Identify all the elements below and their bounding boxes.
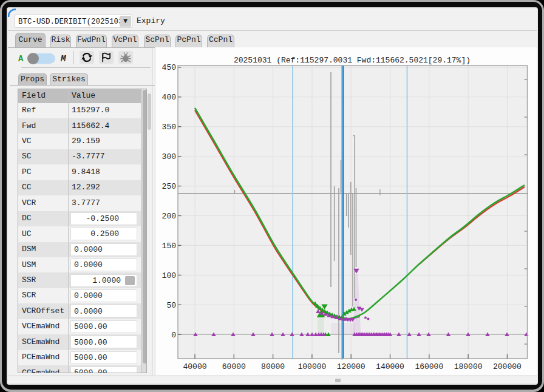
- svg-text:350: 350: [162, 123, 176, 132]
- svg-text:250: 250: [162, 182, 176, 191]
- svg-text:200000: 200000: [493, 362, 522, 371]
- svg-text:180000: 180000: [454, 362, 483, 371]
- svg-text:100000: 100000: [298, 362, 326, 371]
- svg-text:400: 400: [162, 93, 176, 102]
- svg-text:300: 300: [162, 152, 176, 161]
- svg-text:120000: 120000: [337, 362, 365, 371]
- svg-text:200: 200: [162, 212, 176, 221]
- svg-text:450: 450: [162, 63, 176, 72]
- svg-text:0: 0: [171, 331, 176, 340]
- svg-text:140000: 140000: [376, 362, 404, 371]
- svg-text:20251031 (Ref:115297.0031 Fwd:: 20251031 (Ref:115297.0031 Fwd:115662.502…: [234, 56, 471, 65]
- svg-text:40000: 40000: [183, 362, 206, 371]
- svg-text:60000: 60000: [222, 362, 246, 371]
- svg-text:150: 150: [162, 242, 176, 251]
- svg-text:160000: 160000: [415, 362, 443, 371]
- svg-text:100: 100: [162, 271, 176, 280]
- svg-text:80000: 80000: [261, 362, 285, 371]
- svg-text:50: 50: [166, 301, 176, 310]
